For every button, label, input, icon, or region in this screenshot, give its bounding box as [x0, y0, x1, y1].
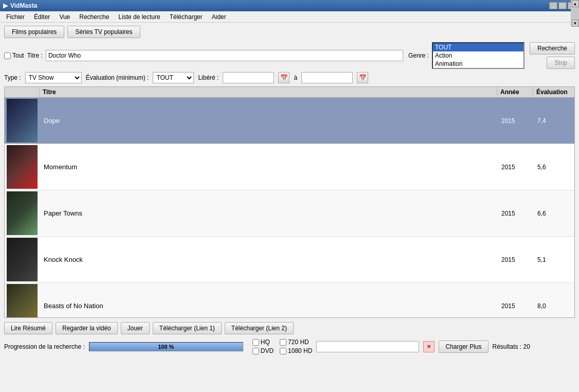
recherche-button[interactable]: Recherche	[530, 42, 575, 55]
menu-fichier[interactable]: Fichier	[2, 12, 29, 22]
stop-button[interactable]: Stop	[547, 57, 575, 69]
genre-option-aventure[interactable]: Aventure	[433, 68, 523, 69]
movie-thumbnail	[7, 238, 38, 281]
regarder-video-button[interactable]: Regarder la vidéo	[56, 322, 118, 334]
checkbox-col-1: HQ DVD	[252, 338, 274, 354]
date-from-input[interactable]	[223, 72, 274, 83]
date-to-input[interactable]	[301, 72, 353, 83]
thumb-cell	[5, 98, 40, 144]
menu-vue[interactable]: Vue	[55, 12, 74, 22]
title-cell: Paper Towns	[40, 190, 497, 236]
checkboxes-area: HQ DVD 720 HD 1080 HD	[252, 338, 313, 354]
title-cell: Momentum	[40, 144, 497, 190]
hd1080-checkbox[interactable]	[280, 348, 286, 354]
genre-option-tout[interactable]: TOUT	[433, 43, 523, 51]
jouer-button[interactable]: Jouer	[121, 322, 150, 334]
telecharger-2-button[interactable]: Télécharger (Lien 2)	[225, 322, 294, 334]
filter-input[interactable]	[316, 341, 419, 352]
rating-cell: 7,4	[533, 98, 574, 144]
telecharger-1-button[interactable]: Télécharger (Lien 1)	[153, 322, 222, 334]
dvd-label: DVD	[261, 347, 274, 354]
rating-cell: 6,6	[533, 190, 574, 236]
menu-editer[interactable]: Éditer	[30, 12, 54, 22]
thumb-cell	[5, 283, 40, 318]
results-table-container[interactable]: Titre Année Évaluation Dope 2015 7,4 Mom…	[4, 86, 575, 318]
menu-telecharger[interactable]: Télécharger	[166, 12, 207, 22]
charger-plus-button[interactable]: Charger Plus	[439, 341, 488, 353]
movie-thumbnail	[7, 145, 38, 189]
dvd-checkbox[interactable]	[252, 348, 259, 354]
main-content: Films populaires Séries TV populaires To…	[0, 23, 579, 358]
genre-option-action[interactable]: Action	[433, 51, 523, 60]
titre-label: Titre :	[27, 52, 43, 59]
progress-row: Progression de la recherche : 100 % HQ D…	[4, 338, 575, 354]
popular-films-button[interactable]: Films populaires	[4, 26, 64, 38]
hq-checkbox[interactable]	[252, 339, 259, 346]
year-cell: 2015	[497, 144, 533, 190]
thumb-cell	[5, 190, 40, 236]
header-annee: Année	[497, 87, 533, 97]
menu-recherche[interactable]: Recherche	[75, 12, 113, 22]
menubar: Fichier Éditer Vue Recherche Liste de le…	[0, 11, 579, 23]
year-cell: 2015	[497, 190, 533, 236]
movie-thumbnail	[7, 99, 38, 142]
hq-checkbox-label: HQ	[252, 338, 274, 346]
results-header: Titre Année Évaluation	[5, 87, 574, 98]
progress-label: Progression de la recherche :	[4, 343, 85, 350]
header-thumb	[5, 87, 40, 97]
bottom-buttons-row: Lire Résumé Regarder la vidéo Jouer Télé…	[4, 322, 575, 334]
rating-cell: 8,0	[533, 283, 574, 318]
table-row[interactable]: Paper Towns 2015 6,6	[5, 190, 574, 237]
genre-scroll-up[interactable]: ▲	[572, 0, 579, 7]
genre-scroll-down[interactable]: ▼	[572, 20, 579, 27]
table-row[interactable]: Knock Knock 2015 5,1	[5, 237, 574, 283]
rating-cell: 5,1	[533, 237, 574, 282]
hd720-checkbox[interactable]	[280, 339, 286, 346]
movie-thumbnail	[7, 284, 38, 318]
calendar-from-button[interactable]: 📅	[278, 72, 290, 83]
libere-label: Libéré :	[198, 74, 219, 81]
a-label: à	[294, 74, 297, 81]
app-title: VidMasta	[10, 2, 37, 9]
genre-label: Genre :	[408, 52, 429, 59]
title-cell: Beasts of No Nation	[40, 283, 497, 318]
eval-select[interactable]: TOUT 5 6 7 8	[153, 72, 194, 83]
genre-option-animation[interactable]: Animation	[433, 60, 523, 68]
lire-resume-button[interactable]: Lire Résumé	[4, 322, 52, 334]
clear-filter-button[interactable]: ✕	[423, 341, 435, 352]
eval-label: Évaluation (minimum) :	[86, 74, 149, 81]
table-row[interactable]: Dope 2015 7,4	[5, 98, 574, 144]
titlebar-left: ▶ VidMasta	[3, 2, 37, 9]
tout-checkbox-label: Tout	[4, 52, 24, 59]
checkbox-col-2: 720 HD 1080 HD	[280, 338, 312, 354]
type-row: Type : TV Show Film Tout Évaluation (min…	[4, 72, 575, 83]
menu-liste-lecture[interactable]: Liste de lecture	[114, 12, 164, 22]
app-icon: ▶	[3, 2, 8, 9]
title-input[interactable]	[46, 50, 403, 61]
progress-bar: 100 %	[89, 342, 243, 351]
table-row[interactable]: Momentum 2015 5,6	[5, 144, 574, 190]
maximize-button[interactable]: □	[558, 2, 567, 9]
top-buttons-row: Films populaires Séries TV populaires	[4, 26, 575, 38]
popular-series-button[interactable]: Séries TV populaires	[67, 26, 140, 38]
genre-scrollbar[interactable]: ▲ ▼	[571, 0, 579, 27]
title-cell: Knock Knock	[40, 237, 497, 282]
genre-scroll-track	[572, 7, 579, 20]
tout-checkbox[interactable]	[4, 52, 11, 59]
header-titre: Titre	[40, 87, 497, 97]
thumb-cell	[5, 144, 40, 190]
menu-aider[interactable]: Aider	[208, 12, 230, 22]
table-row[interactable]: Beasts of No Nation 2015 8,0	[5, 283, 574, 318]
thumb-cell	[5, 237, 40, 282]
header-evaluation: Évaluation	[533, 87, 574, 97]
dvd-checkbox-label: DVD	[252, 347, 274, 354]
hd1080-checkbox-label: 1080 HD	[280, 347, 312, 354]
resultats-label: Résultats : 20	[493, 343, 530, 350]
year-cell: 2015	[497, 283, 533, 318]
minimize-button[interactable]: _	[549, 2, 557, 9]
calendar-to-button[interactable]: 📅	[357, 72, 368, 83]
titlebar: ▶ VidMasta _ □ ×	[0, 0, 579, 11]
type-select[interactable]: TV Show Film Tout	[25, 72, 82, 83]
genre-listbox[interactable]: TOUT Action Animation Aventure	[432, 42, 524, 69]
hd1080-label: 1080 HD	[288, 347, 312, 354]
